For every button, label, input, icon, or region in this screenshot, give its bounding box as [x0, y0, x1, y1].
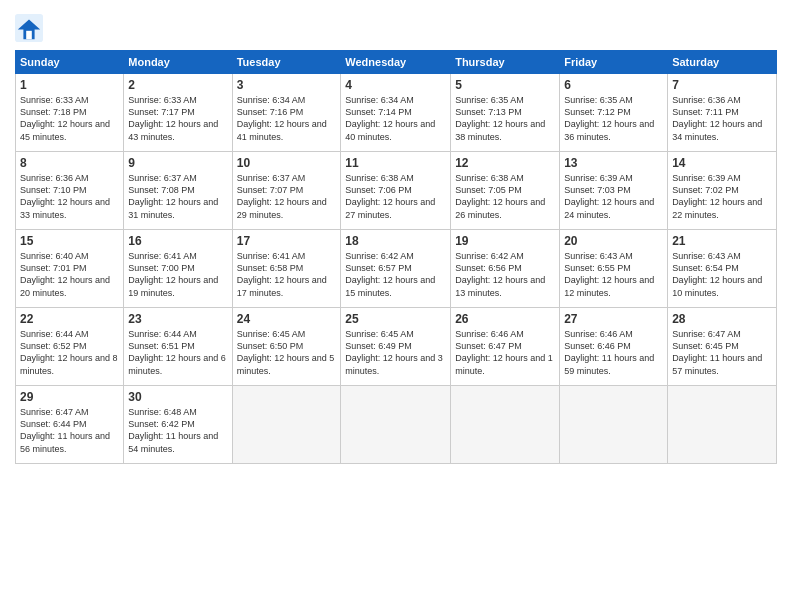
table-row: 23Sunrise: 6:44 AMSunset: 6:51 PMDayligh… [124, 308, 232, 386]
day-info: Sunrise: 6:33 AMSunset: 7:18 PMDaylight:… [20, 95, 110, 141]
table-row: 8Sunrise: 6:36 AMSunset: 7:10 PMDaylight… [16, 152, 124, 230]
col-friday: Friday [560, 51, 668, 74]
table-row: 4Sunrise: 6:34 AMSunset: 7:14 PMDaylight… [341, 74, 451, 152]
day-number: 4 [345, 77, 446, 93]
table-row: 12Sunrise: 6:38 AMSunset: 7:05 PMDayligh… [451, 152, 560, 230]
col-sunday: Sunday [16, 51, 124, 74]
day-info: Sunrise: 6:34 AMSunset: 7:14 PMDaylight:… [345, 95, 435, 141]
table-row: 3Sunrise: 6:34 AMSunset: 7:16 PMDaylight… [232, 74, 341, 152]
day-number: 13 [564, 155, 663, 171]
day-info: Sunrise: 6:38 AMSunset: 7:06 PMDaylight:… [345, 173, 435, 219]
day-info: Sunrise: 6:47 AMSunset: 6:45 PMDaylight:… [672, 329, 762, 375]
day-info: Sunrise: 6:37 AMSunset: 7:08 PMDaylight:… [128, 173, 218, 219]
table-row: 25Sunrise: 6:45 AMSunset: 6:49 PMDayligh… [341, 308, 451, 386]
day-info: Sunrise: 6:44 AMSunset: 6:52 PMDaylight:… [20, 329, 118, 375]
table-row: 7Sunrise: 6:36 AMSunset: 7:11 PMDaylight… [668, 74, 777, 152]
day-info: Sunrise: 6:40 AMSunset: 7:01 PMDaylight:… [20, 251, 110, 297]
day-info: Sunrise: 6:47 AMSunset: 6:44 PMDaylight:… [20, 407, 110, 453]
day-number: 9 [128, 155, 227, 171]
table-row: 13Sunrise: 6:39 AMSunset: 7:03 PMDayligh… [560, 152, 668, 230]
calendar-table: Sunday Monday Tuesday Wednesday Thursday… [15, 50, 777, 464]
table-row: 16Sunrise: 6:41 AMSunset: 7:00 PMDayligh… [124, 230, 232, 308]
table-row: 6Sunrise: 6:35 AMSunset: 7:12 PMDaylight… [560, 74, 668, 152]
table-row [451, 386, 560, 464]
day-info: Sunrise: 6:34 AMSunset: 7:16 PMDaylight:… [237, 95, 327, 141]
logo-icon [15, 14, 43, 42]
day-info: Sunrise: 6:41 AMSunset: 7:00 PMDaylight:… [128, 251, 218, 297]
day-number: 17 [237, 233, 337, 249]
week-row-2: 8Sunrise: 6:36 AMSunset: 7:10 PMDaylight… [16, 152, 777, 230]
day-number: 11 [345, 155, 446, 171]
day-info: Sunrise: 6:43 AMSunset: 6:54 PMDaylight:… [672, 251, 762, 297]
day-info: Sunrise: 6:45 AMSunset: 6:49 PMDaylight:… [345, 329, 443, 375]
week-row-5: 29Sunrise: 6:47 AMSunset: 6:44 PMDayligh… [16, 386, 777, 464]
day-info: Sunrise: 6:33 AMSunset: 7:17 PMDaylight:… [128, 95, 218, 141]
day-number: 22 [20, 311, 119, 327]
table-row: 11Sunrise: 6:38 AMSunset: 7:06 PMDayligh… [341, 152, 451, 230]
col-saturday: Saturday [668, 51, 777, 74]
page: Sunday Monday Tuesday Wednesday Thursday… [0, 0, 792, 612]
week-row-4: 22Sunrise: 6:44 AMSunset: 6:52 PMDayligh… [16, 308, 777, 386]
table-row [560, 386, 668, 464]
day-number: 14 [672, 155, 772, 171]
table-row: 27Sunrise: 6:46 AMSunset: 6:46 PMDayligh… [560, 308, 668, 386]
day-number: 29 [20, 389, 119, 405]
table-row [232, 386, 341, 464]
day-info: Sunrise: 6:38 AMSunset: 7:05 PMDaylight:… [455, 173, 545, 219]
day-number: 20 [564, 233, 663, 249]
day-info: Sunrise: 6:36 AMSunset: 7:11 PMDaylight:… [672, 95, 762, 141]
day-info: Sunrise: 6:45 AMSunset: 6:50 PMDaylight:… [237, 329, 335, 375]
day-number: 26 [455, 311, 555, 327]
day-info: Sunrise: 6:37 AMSunset: 7:07 PMDaylight:… [237, 173, 327, 219]
table-row: 10Sunrise: 6:37 AMSunset: 7:07 PMDayligh… [232, 152, 341, 230]
day-info: Sunrise: 6:42 AMSunset: 6:56 PMDaylight:… [455, 251, 545, 297]
col-thursday: Thursday [451, 51, 560, 74]
table-row: 28Sunrise: 6:47 AMSunset: 6:45 PMDayligh… [668, 308, 777, 386]
col-monday: Monday [124, 51, 232, 74]
day-info: Sunrise: 6:46 AMSunset: 6:47 PMDaylight:… [455, 329, 553, 375]
table-row: 15Sunrise: 6:40 AMSunset: 7:01 PMDayligh… [16, 230, 124, 308]
day-info: Sunrise: 6:39 AMSunset: 7:02 PMDaylight:… [672, 173, 762, 219]
table-row: 9Sunrise: 6:37 AMSunset: 7:08 PMDaylight… [124, 152, 232, 230]
table-row [668, 386, 777, 464]
table-row: 14Sunrise: 6:39 AMSunset: 7:02 PMDayligh… [668, 152, 777, 230]
table-row: 29Sunrise: 6:47 AMSunset: 6:44 PMDayligh… [16, 386, 124, 464]
day-number: 24 [237, 311, 337, 327]
table-row: 1Sunrise: 6:33 AMSunset: 7:18 PMDaylight… [16, 74, 124, 152]
day-number: 10 [237, 155, 337, 171]
day-number: 27 [564, 311, 663, 327]
table-row: 24Sunrise: 6:45 AMSunset: 6:50 PMDayligh… [232, 308, 341, 386]
table-row: 5Sunrise: 6:35 AMSunset: 7:13 PMDaylight… [451, 74, 560, 152]
day-number: 18 [345, 233, 446, 249]
day-info: Sunrise: 6:41 AMSunset: 6:58 PMDaylight:… [237, 251, 327, 297]
day-info: Sunrise: 6:39 AMSunset: 7:03 PMDaylight:… [564, 173, 654, 219]
day-info: Sunrise: 6:43 AMSunset: 6:55 PMDaylight:… [564, 251, 654, 297]
table-row: 22Sunrise: 6:44 AMSunset: 6:52 PMDayligh… [16, 308, 124, 386]
day-info: Sunrise: 6:46 AMSunset: 6:46 PMDaylight:… [564, 329, 654, 375]
day-number: 21 [672, 233, 772, 249]
day-number: 2 [128, 77, 227, 93]
day-info: Sunrise: 6:36 AMSunset: 7:10 PMDaylight:… [20, 173, 110, 219]
table-row: 30Sunrise: 6:48 AMSunset: 6:42 PMDayligh… [124, 386, 232, 464]
table-row: 20Sunrise: 6:43 AMSunset: 6:55 PMDayligh… [560, 230, 668, 308]
table-row: 21Sunrise: 6:43 AMSunset: 6:54 PMDayligh… [668, 230, 777, 308]
week-row-1: 1Sunrise: 6:33 AMSunset: 7:18 PMDaylight… [16, 74, 777, 152]
day-info: Sunrise: 6:44 AMSunset: 6:51 PMDaylight:… [128, 329, 226, 375]
col-wednesday: Wednesday [341, 51, 451, 74]
day-number: 12 [455, 155, 555, 171]
header-row: Sunday Monday Tuesday Wednesday Thursday… [16, 51, 777, 74]
day-number: 28 [672, 311, 772, 327]
day-number: 8 [20, 155, 119, 171]
col-tuesday: Tuesday [232, 51, 341, 74]
day-number: 6 [564, 77, 663, 93]
table-row: 19Sunrise: 6:42 AMSunset: 6:56 PMDayligh… [451, 230, 560, 308]
day-number: 23 [128, 311, 227, 327]
day-number: 15 [20, 233, 119, 249]
day-info: Sunrise: 6:48 AMSunset: 6:42 PMDaylight:… [128, 407, 218, 453]
day-number: 1 [20, 77, 119, 93]
day-number: 25 [345, 311, 446, 327]
day-number: 3 [237, 77, 337, 93]
svg-rect-2 [26, 31, 32, 39]
day-info: Sunrise: 6:42 AMSunset: 6:57 PMDaylight:… [345, 251, 435, 297]
day-info: Sunrise: 6:35 AMSunset: 7:12 PMDaylight:… [564, 95, 654, 141]
